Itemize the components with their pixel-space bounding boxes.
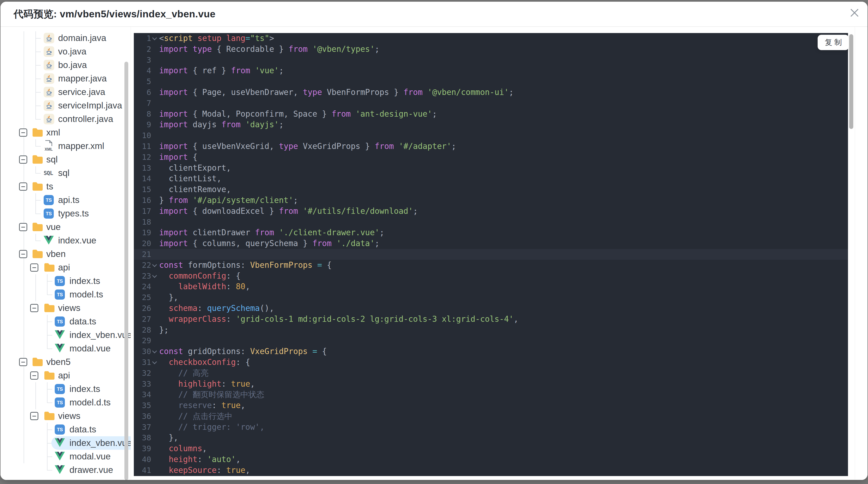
tree-item-content[interactable]: TSdata.ts <box>51 423 103 436</box>
code-line[interactable]: 36 // 点击行选中 <box>134 411 848 422</box>
code-line[interactable]: 20import { columns, querySchema } from '… <box>134 238 848 249</box>
code-line[interactable]: 3 <box>134 55 848 66</box>
code-line[interactable]: 38 }, <box>134 432 848 443</box>
code-line[interactable]: 27 wrapperClass: 'grid-cols-1 md:grid-co… <box>134 314 848 325</box>
tree-item-service.java[interactable]: service.java <box>0 85 131 99</box>
tree-item-model.ts[interactable]: TSmodel.ts <box>0 288 131 301</box>
tree-item-content[interactable]: TSindex.ts <box>51 274 107 288</box>
copy-button[interactable]: 复 制 <box>817 35 849 50</box>
tree-item-content[interactable]: TSdata.ts <box>51 315 103 328</box>
tree-item-api[interactable]: api <box>0 369 131 382</box>
code-line[interactable]: 14 clientList, <box>134 173 848 184</box>
code-line[interactable]: 31 checkboxConfig: { <box>134 357 848 368</box>
collapse-toggle[interactable] <box>19 250 27 258</box>
tree-item-index_vben.vue[interactable]: index_vben.vue <box>0 328 131 342</box>
code-line[interactable]: 13 clientExport, <box>134 163 848 173</box>
tree-item-serviceImpl.java[interactable]: serviceImpl.java <box>0 99 131 112</box>
tree-item-bo.java[interactable]: bo.java <box>0 58 131 72</box>
tree-item-content[interactable]: api <box>40 261 77 274</box>
tree-item-content[interactable]: views <box>40 409 87 423</box>
code-line[interactable]: 29 <box>134 335 848 346</box>
tree-item-mapper.xml[interactable]: XMLmapper.xml <box>0 139 131 153</box>
close-button[interactable] <box>848 6 861 20</box>
fold-arrow-icon[interactable] <box>152 359 157 364</box>
fold-arrow-icon[interactable] <box>152 349 157 353</box>
tree-item-content[interactable]: vben <box>29 247 72 261</box>
tree-item-content[interactable]: domain.java <box>40 31 113 45</box>
tree-item-data.ts[interactable]: TSdata.ts <box>0 315 131 328</box>
tree-item-domain.java[interactable]: domain.java <box>0 31 131 45</box>
tree-item-types.ts[interactable]: TStypes.ts <box>0 207 131 220</box>
tree-item-content[interactable]: XMLmapper.xml <box>40 138 111 154</box>
tree-item-content[interactable]: TSmodel.ts <box>51 288 110 301</box>
tree-item-content[interactable]: TSmodel.d.ts <box>51 396 117 409</box>
tree-item-content[interactable]: drawer.vue <box>51 463 120 477</box>
code-scrollbar[interactable] <box>849 34 853 129</box>
code-line[interactable]: 8import { Modal, Popconfirm, Space } fro… <box>134 109 848 120</box>
tree-item-content[interactable]: TSindex.ts <box>51 382 107 396</box>
code-line[interactable]: 26 schema: querySchema(), <box>134 303 848 314</box>
code-line[interactable]: 7 <box>134 98 848 109</box>
tree-item-content[interactable]: bo.java <box>40 58 94 72</box>
code-line[interactable]: 35 reserve: true, <box>134 400 848 411</box>
tree-item-modal.vue[interactable]: modal.vue <box>0 450 131 463</box>
tree-item-content[interactable]: xml <box>29 126 67 139</box>
tree-item-api[interactable]: api <box>0 261 131 274</box>
code-line[interactable]: 16} from '#/api/system/client'; <box>134 195 848 206</box>
tree-item-xml[interactable]: xml <box>0 126 131 139</box>
tree-item-content[interactable]: controller.java <box>40 112 120 126</box>
code-line[interactable]: 22const formOptions: VbenFormProps = { <box>134 260 848 271</box>
fold-arrow-icon[interactable] <box>152 35 157 40</box>
tree-item-drawer.vue[interactable]: drawer.vue <box>0 463 131 477</box>
code-line[interactable]: 18 <box>134 217 848 228</box>
code-line[interactable]: 10 <box>134 130 848 141</box>
code-line[interactable]: 28}; <box>134 325 848 335</box>
tree-item-views[interactable]: views <box>0 409 131 423</box>
collapse-toggle[interactable] <box>30 372 38 380</box>
code-line[interactable]: 25 }, <box>134 292 848 303</box>
code-line[interactable]: 23 commonConfig: { <box>134 271 848 282</box>
tree-item-views[interactable]: views <box>0 301 131 315</box>
collapse-toggle[interactable] <box>19 223 27 231</box>
tree-item-content[interactable]: service.java <box>40 85 112 99</box>
tree-item-content[interactable]: sql <box>29 153 64 166</box>
tree-item-sql[interactable]: sql <box>0 153 131 166</box>
code-line[interactable]: 17import { downloadExcel } from '#/utils… <box>134 206 848 217</box>
code-line[interactable]: 24 labelWidth: 80, <box>134 281 848 292</box>
tree-item-content[interactable]: index.vue <box>40 234 103 247</box>
code-line[interactable]: 34 // 翻页时保留选中状态 <box>134 389 848 400</box>
tree-item-modal.vue[interactable]: modal.vue <box>0 342 131 355</box>
code-line[interactable]: 11import { useVbenVxeGrid, type VxeGridP… <box>134 141 848 152</box>
code-line[interactable]: 9import dayjs from 'dayjs'; <box>134 119 848 130</box>
collapse-toggle[interactable] <box>19 183 27 191</box>
tree-item-index.ts[interactable]: TSindex.ts <box>0 274 131 288</box>
tree-item-index.ts[interactable]: TSindex.ts <box>0 382 131 396</box>
tree-item-vue[interactable]: vue <box>0 220 131 234</box>
tree-item-model.d.ts[interactable]: TSmodel.d.ts <box>0 396 131 409</box>
collapse-toggle[interactable] <box>30 263 38 272</box>
collapse-toggle[interactable] <box>19 128 27 137</box>
code-line[interactable]: 12import { <box>134 152 848 163</box>
code-line[interactable]: 19import clientDrawer from './client-dra… <box>134 227 848 238</box>
tree-item-controller.java[interactable]: controller.java <box>0 112 131 126</box>
tree-item-content[interactable]: serviceImpl.java <box>40 99 129 112</box>
code-line[interactable]: 21 <box>134 249 848 260</box>
tree-item-vben5[interactable]: vben5 <box>0 355 131 369</box>
fold-arrow-icon[interactable] <box>152 273 157 278</box>
tree-item-vben[interactable]: vben <box>0 247 131 261</box>
code-line[interactable]: 30const gridOptions: VxeGridProps = { <box>134 346 848 357</box>
tree-item-content[interactable]: ts <box>29 180 60 193</box>
tree-item-content[interactable]: vben5 <box>29 355 78 369</box>
tree-item-content[interactable]: index_vben.vue <box>51 328 131 342</box>
tree-item-content[interactable]: modal.vue <box>51 342 117 355</box>
tree-item-index_vben.vue[interactable]: index_vben.vue <box>0 436 131 450</box>
code-line[interactable]: 6import { Page, useVbenDrawer, type Vben… <box>134 87 848 98</box>
collapse-toggle[interactable] <box>30 412 38 420</box>
code-line[interactable]: 33 highlight: true, <box>134 379 848 389</box>
code-line[interactable]: 4import { ref } from 'vue'; <box>134 65 848 76</box>
tree-item-content[interactable]: SQLsql <box>40 166 76 180</box>
code-line[interactable]: 39 columns, <box>134 443 848 454</box>
tree-item-content[interactable]: vo.java <box>40 44 93 59</box>
tree-item-api.ts[interactable]: TSapi.ts <box>0 193 131 207</box>
code-line[interactable]: 32 // 高亮 <box>134 368 848 379</box>
